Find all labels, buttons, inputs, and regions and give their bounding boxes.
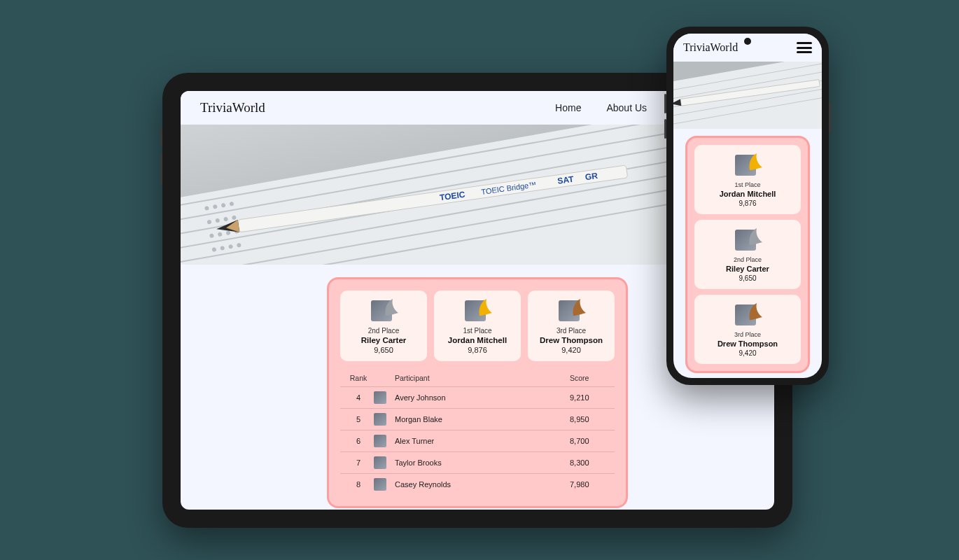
podium: 2nd Place Riley Carter 9,650 1st Place J…	[340, 290, 615, 361]
cell-name: Alex Turner	[395, 437, 570, 445]
podium-card-3rd[interactable]: 3rd Place Drew Thompson 9,420	[528, 290, 615, 361]
participant-name: Drew Thompson	[532, 336, 610, 344]
cell-score: 8,950	[570, 415, 612, 424]
table-row[interactable]: 5 Morgan Blake 8,950	[340, 408, 615, 430]
phone-device-frame: TriviaWorld	[666, 27, 829, 385]
avatar	[374, 456, 386, 469]
participant-score: 9,876	[438, 346, 517, 354]
table-row[interactable]: 8 Casey Reynolds 7,980	[340, 473, 615, 495]
laurel-icon	[747, 152, 764, 172]
cell-rank: 6	[343, 437, 374, 445]
avatar	[374, 391, 386, 404]
table-header: Rank Participant Score	[340, 370, 615, 386]
cell-name: Avery Johnson	[395, 393, 570, 402]
phone-screen: TriviaWorld	[673, 34, 822, 378]
app-logo[interactable]: TriviaWorld	[683, 41, 738, 54]
place-label: 1st Place	[699, 181, 797, 188]
cell-name: Morgan Blake	[395, 415, 570, 424]
place-label: 2nd Place	[344, 327, 423, 335]
menu-icon[interactable]	[797, 42, 812, 53]
col-rank: Rank	[343, 374, 374, 382]
hero-image	[673, 62, 822, 129]
participant-name: Riley Carter	[699, 265, 797, 273]
place-label: 3rd Place	[699, 331, 797, 338]
cell-name: Taylor Brooks	[395, 458, 570, 467]
place-label: 1st Place	[438, 327, 517, 335]
participant-score: 9,876	[699, 200, 797, 207]
avatar	[374, 413, 386, 426]
podium-card-1st[interactable]: 1st Place Jordan Mitchell 9,876	[694, 145, 801, 214]
participant-score: 9,420	[532, 346, 610, 354]
participant-score: 9,650	[699, 274, 797, 282]
leaderboard-panel: 2nd Place Riley Carter 9,650 1st Place J…	[327, 277, 628, 508]
avatar	[374, 478, 386, 491]
place-label: 3rd Place	[532, 327, 610, 335]
leaderboard-panel: 1st Place Jordan Mitchell 9,876 2nd Plac…	[685, 136, 810, 373]
podium: 1st Place Jordan Mitchell 9,876 2nd Plac…	[694, 145, 801, 364]
participant-score: 9,650	[344, 346, 423, 354]
table-row[interactable]: 4 Avery Johnson 9,210	[340, 386, 615, 408]
podium-card-2nd[interactable]: 2nd Place Riley Carter 9,650	[340, 290, 427, 361]
col-participant: Participant	[395, 374, 570, 382]
laurel-icon	[747, 302, 764, 321]
podium-card-2nd[interactable]: 2nd Place Riley Carter 9,650	[694, 220, 801, 289]
cell-score: 7,980	[570, 480, 612, 489]
cell-rank: 8	[343, 480, 374, 489]
app-logo[interactable]: TriviaWorld	[200, 100, 265, 115]
laurel-icon	[383, 298, 400, 317]
cell-rank: 7	[343, 458, 374, 467]
participant-name: Drew Thompson	[699, 340, 797, 348]
cell-name: Casey Reynolds	[395, 480, 570, 489]
participant-name: Jordan Mitchell	[699, 190, 797, 198]
cell-score: 9,210	[570, 393, 612, 402]
svg-text:GR: GR	[584, 171, 598, 182]
nav-link-about[interactable]: About Us	[606, 102, 647, 113]
col-score: Score	[570, 374, 612, 382]
avatar	[374, 435, 386, 447]
participant-name: Jordan Mitchell	[438, 336, 517, 344]
table-row[interactable]: 6 Alex Turner 8,700	[340, 430, 615, 451]
laurel-icon	[747, 227, 764, 246]
cell-rank: 5	[343, 415, 374, 424]
leaderboard-table: Rank Participant Score 4 Avery Johnson 9…	[340, 370, 615, 495]
nav-link-home[interactable]: Home	[555, 102, 581, 113]
laurel-icon	[477, 298, 493, 317]
laurel-icon	[570, 298, 587, 317]
cell-rank: 4	[343, 393, 374, 402]
cell-score: 8,700	[570, 437, 612, 445]
podium-card-1st[interactable]: 1st Place Jordan Mitchell 9,876	[434, 290, 521, 361]
front-camera-icon	[744, 38, 751, 45]
place-label: 2nd Place	[699, 256, 797, 263]
participant-score: 9,420	[699, 349, 797, 357]
participant-name: Riley Carter	[344, 336, 423, 344]
podium-card-3rd[interactable]: 3rd Place Drew Thompson 9,420	[694, 295, 801, 364]
cell-score: 8,300	[570, 458, 612, 467]
table-row[interactable]: 7 Taylor Brooks 8,300	[340, 451, 615, 473]
